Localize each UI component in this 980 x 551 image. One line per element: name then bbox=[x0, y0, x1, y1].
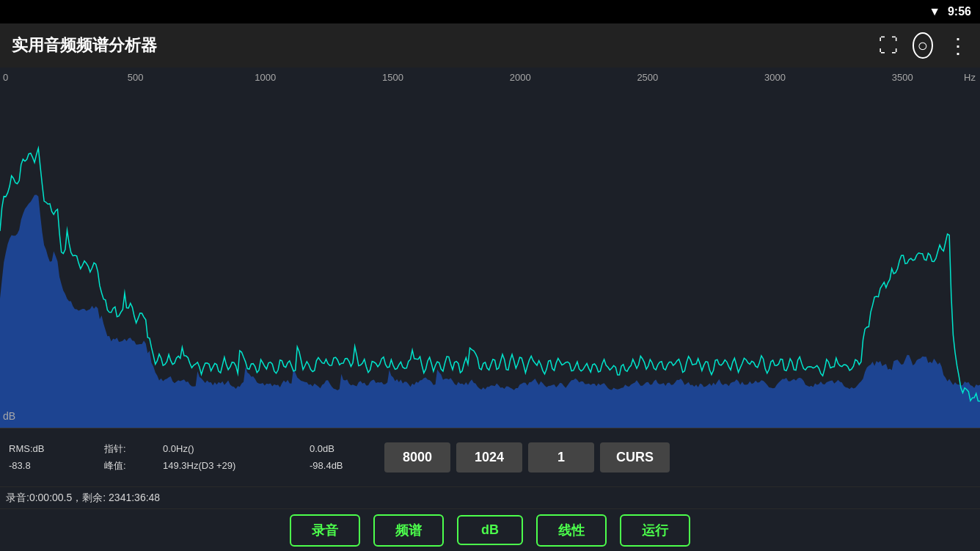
btn-1[interactable]: 1 bbox=[528, 442, 594, 472]
app-title: 实用音频频谱分析器 bbox=[12, 34, 157, 56]
freq-label-0: 0 bbox=[3, 72, 8, 83]
btn-linear[interactable]: 线性 bbox=[536, 514, 607, 547]
peak-offset: +29) bbox=[216, 460, 235, 471]
rec-status-text: 录音:0:00:00.5，剩余: 2341:36:48 bbox=[6, 492, 160, 505]
freq-label-3500: 3500 bbox=[892, 72, 913, 83]
info-bar: RMS:dB -83.8 指针: 峰值: 0.0Hz() 149.3Hz(D3 … bbox=[0, 428, 980, 486]
bottom-bar: 录音 频谱 dB 线性 运行 bbox=[0, 508, 980, 551]
app-bar: 实用音频频谱分析器 ⛶ ○ ⋮ bbox=[0, 23, 980, 67]
btn-spectrum[interactable]: 频谱 bbox=[373, 514, 444, 547]
screenshot-icon[interactable]: ○ bbox=[913, 32, 934, 59]
freq-hz-label: Hz bbox=[964, 72, 976, 83]
peak-freq: 149.3Hz(D3 bbox=[163, 460, 213, 471]
rms-label: RMS:dB bbox=[9, 441, 104, 457]
btn-record[interactable]: 录音 bbox=[290, 514, 360, 547]
freq-label-3000: 3000 bbox=[764, 72, 786, 83]
rms-value: -83.8 bbox=[9, 458, 104, 474]
rms-info: RMS:dB -83.8 bbox=[9, 441, 104, 473]
btn-8000[interactable]: 8000 bbox=[384, 442, 450, 472]
btn-1024[interactable]: 1024 bbox=[456, 442, 522, 472]
needle-info: 指针: 峰值: bbox=[104, 441, 163, 473]
freq-label-2500: 2500 bbox=[637, 72, 658, 83]
needle-db-val: 0.0dB bbox=[310, 441, 376, 457]
spectrum-area: 0 500 1000 1500 2000 2500 3000 3500 Hz -… bbox=[0, 67, 980, 428]
rec-status: 录音:0:00:00.5，剩余: 2341:36:48 bbox=[0, 486, 980, 508]
peak-freq-val: 149.3Hz(D3 +29) bbox=[163, 458, 310, 474]
peak-db-val: -98.4dB bbox=[310, 458, 376, 474]
freq-axis: 0 500 1000 1500 2000 2500 3000 3500 Hz bbox=[0, 67, 980, 88]
freq-label-1500: 1500 bbox=[382, 72, 403, 83]
btn-run[interactable]: 运行 bbox=[620, 514, 690, 547]
status-bar: ▼ 9:56 bbox=[0, 0, 980, 23]
freq-label-2000: 2000 bbox=[510, 72, 531, 83]
more-icon[interactable]: ⋮ bbox=[948, 34, 968, 58]
peak-label: 峰值: bbox=[104, 458, 163, 474]
fullscreen-icon[interactable]: ⛶ bbox=[879, 34, 898, 57]
time-display: 9:56 bbox=[948, 5, 971, 18]
btn-db[interactable]: dB bbox=[457, 515, 523, 545]
wifi-icon: ▼ bbox=[929, 5, 940, 18]
spectrum-canvas bbox=[0, 88, 980, 428]
db-values: 0.0dB -98.4dB bbox=[310, 441, 376, 473]
needle-note: ) bbox=[191, 443, 194, 454]
db-corner-label: dB bbox=[3, 410, 15, 422]
needle-values: 0.0Hz() 149.3Hz(D3 +29) bbox=[163, 441, 310, 473]
btn-curs[interactable]: CURS bbox=[600, 442, 670, 472]
freq-label-1000: 1000 bbox=[255, 72, 276, 83]
app-bar-actions: ⛶ ○ ⋮ bbox=[879, 32, 969, 59]
freq-label-500: 500 bbox=[128, 72, 144, 83]
needle-freq-val: 0.0Hz() bbox=[163, 441, 310, 457]
needle-freq: 0.0Hz( bbox=[163, 443, 191, 454]
needle-label: 指针: bbox=[104, 441, 163, 457]
control-buttons: 8000 1024 1 CURS bbox=[384, 442, 670, 472]
